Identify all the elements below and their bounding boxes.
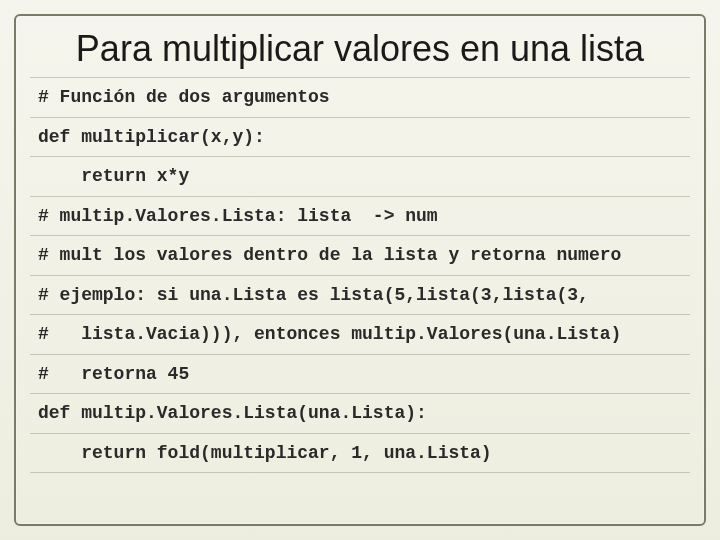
code-line: # Función de dos argumentos [30,77,690,117]
code-line: def multiplicar(x,y): [30,117,690,157]
code-line: # ejemplo: si una.Lista es lista(5,lista… [30,275,690,315]
code-line: # retorna 45 [30,354,690,394]
slide-frame: Para multiplicar valores en una lista # … [14,14,706,526]
code-line: return x*y [30,156,690,196]
code-line: # lista.Vacia))), entonces multip.Valore… [30,314,690,354]
code-block: # Función de dos argumentos def multipli… [16,77,704,473]
slide: Para multiplicar valores en una lista # … [0,0,720,540]
code-line: def multip.Valores.Lista(una.Lista): [30,393,690,433]
slide-title: Para multiplicar valores en una lista [16,16,704,77]
code-line: # mult los valores dentro de la lista y … [30,235,690,275]
code-line: # multip.Valores.Lista: lista -> num [30,196,690,236]
code-line: return fold(multiplicar, 1, una.Lista) [30,433,690,474]
